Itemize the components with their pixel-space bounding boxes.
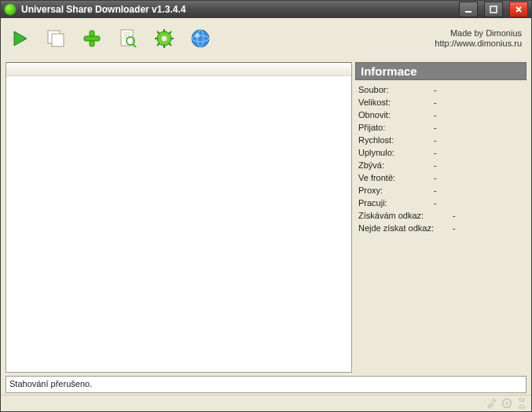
- info-value: -: [434, 97, 437, 107]
- svg-rect-0: [465, 11, 471, 13]
- info-label: Pracuji:: [358, 198, 434, 208]
- svg-line-24: [157, 43, 160, 46]
- info-value: -: [434, 186, 437, 195]
- info-value: -: [434, 123, 437, 132]
- document-search-icon: [118, 28, 138, 49]
- log-box[interactable]: Stahování přerušeno.: [6, 376, 526, 393]
- info-value: -: [434, 148, 437, 157]
- title-bar: Universal Share Downloader v1.3.4.4: [1, 1, 531, 18]
- info-row: Velikost:-: [358, 97, 523, 107]
- svg-rect-6: [52, 34, 64, 46]
- info-value: -: [453, 211, 456, 220]
- close-icon: [514, 5, 523, 14]
- info-label: Velikost:: [358, 97, 434, 107]
- svg-rect-8: [84, 36, 100, 41]
- info-label: Obnovit:: [358, 110, 434, 120]
- info-row: Zbývá:-: [358, 160, 523, 170]
- info-label: Rychlost:: [358, 135, 434, 145]
- info-panel: Informace Soubor:- Velikost:- Obnovit:- …: [355, 62, 526, 373]
- copy-icon: [45, 28, 67, 49]
- svg-point-30: [506, 403, 508, 405]
- info-value: -: [434, 198, 437, 208]
- info-rows: Soubor:- Velikost:- Obnovit:- Přijato:- …: [355, 80, 526, 237]
- list-header[interactable]: [6, 63, 351, 76]
- svg-rect-1: [490, 6, 497, 13]
- svg-point-16: [162, 36, 167, 42]
- log-text: Stahování přerušeno.: [9, 379, 92, 388]
- info-value: -: [434, 135, 437, 145]
- add-icon: [82, 28, 102, 49]
- info-value: -: [453, 223, 456, 233]
- hourglass-icon: [517, 398, 526, 409]
- info-row: Uplynulo:-: [358, 148, 523, 157]
- credits-line2: http://www.dimonius.ru: [435, 39, 522, 49]
- info-value: -: [434, 160, 437, 170]
- document-search-button[interactable]: [116, 26, 141, 51]
- toolbar: Made by Dimonius http://www.dimonius.ru: [1, 18, 531, 59]
- info-label: Ve frontě:: [358, 173, 434, 182]
- app-window: Universal Share Downloader v1.3.4.4: [0, 0, 532, 412]
- info-value: -: [434, 85, 437, 94]
- minimize-icon: [464, 5, 473, 14]
- play-icon: [9, 28, 30, 49]
- add-button[interactable]: [79, 26, 105, 51]
- info-value: -: [434, 173, 437, 182]
- info-label: Soubor:: [358, 85, 434, 94]
- info-row: Rychlost:-: [358, 135, 523, 145]
- info-row: Získávám odkaz:-: [358, 211, 523, 220]
- svg-line-21: [157, 31, 160, 34]
- svg-marker-4: [14, 31, 27, 46]
- play-button[interactable]: [7, 26, 32, 51]
- web-button[interactable]: [188, 26, 213, 51]
- info-row: Přijato:-: [358, 123, 523, 132]
- svg-point-25: [192, 30, 209, 47]
- credits: Made by Dimonius http://www.dimonius.ru: [435, 28, 525, 49]
- close-button[interactable]: [509, 2, 528, 17]
- info-label: Zbývá:: [358, 160, 434, 170]
- info-label: Uplynulo:: [358, 148, 434, 157]
- svg-point-28: [195, 33, 200, 38]
- info-row: Ve frontě:-: [358, 173, 523, 182]
- status-bar: [1, 395, 531, 411]
- gear-icon: [154, 28, 174, 49]
- maximize-button[interactable]: [484, 2, 503, 17]
- maximize-icon: [489, 5, 498, 14]
- download-list[interactable]: [6, 62, 352, 373]
- disc-icon: [501, 398, 512, 409]
- info-row: Proxy:-: [358, 186, 523, 195]
- svg-line-22: [169, 43, 171, 46]
- info-panel-title: Informace: [355, 62, 526, 80]
- svg-line-23: [169, 31, 171, 34]
- info-row: Soubor:-: [358, 85, 523, 94]
- info-row: Obnovit:-: [358, 110, 523, 120]
- copy-button[interactable]: [43, 26, 68, 51]
- minimize-button[interactable]: [459, 2, 478, 17]
- plug-icon: [486, 398, 497, 409]
- info-label: Nejde získat odkaz:: [358, 223, 453, 233]
- app-icon: [4, 3, 17, 16]
- content-area: Informace Soubor:- Velikost:- Obnovit:- …: [1, 59, 531, 376]
- info-label: Proxy:: [358, 186, 434, 195]
- info-row: Pracuji:-: [358, 198, 523, 208]
- credits-line1: Made by Dimonius: [435, 28, 522, 39]
- info-value: -: [434, 110, 437, 120]
- info-label: Přijato:: [358, 123, 434, 132]
- info-label: Získávám odkaz:: [358, 211, 453, 220]
- globe-icon: [190, 28, 211, 49]
- svg-line-14: [133, 44, 136, 47]
- info-row: Nejde získat odkaz:-: [358, 223, 523, 233]
- window-title: Universal Share Downloader v1.3.4.4: [21, 4, 185, 15]
- settings-button[interactable]: [152, 26, 177, 51]
